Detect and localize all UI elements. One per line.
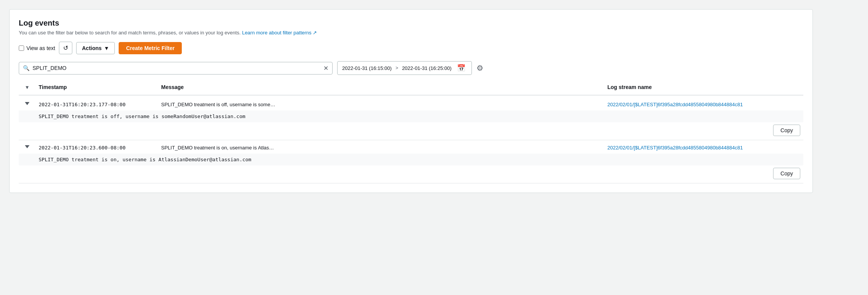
log-events-table: ▼ Timestamp Message Log stream name 2022… [19, 83, 803, 183]
view-as-text-checkbox[interactable] [19, 45, 24, 51]
date-range-picker[interactable]: 2022-01-31 (16:15:00) > 2022-01-31 (16:2… [337, 61, 472, 75]
sort-header[interactable]: ▼ [19, 83, 36, 92]
date-range-arrow-icon: > [395, 65, 398, 71]
clear-icon: ✕ [323, 65, 328, 72]
calendar-button[interactable]: 📅 [455, 64, 467, 72]
gear-icon: ⚙ [476, 63, 483, 73]
search-icon: 🔍 [23, 65, 29, 71]
log-message-short: SPLIT_DEMO treatment is on, username is … [158, 144, 604, 151]
create-metric-filter-button[interactable]: Create Metric Filter [119, 42, 182, 54]
copy-btn-wrap: Copy [19, 125, 803, 136]
table-header: ▼ Timestamp Message Log stream name [19, 83, 803, 96]
log-message-short: SPLIT_DEMO treatment is off, username is… [158, 101, 604, 108]
toolbar: View as text ↺ Actions ▼ Create Metric F… [19, 42, 803, 54]
log-expanded-message: SPLIT_DEMO treatment is on, username is … [19, 154, 803, 165]
sort-icon: ▼ [25, 84, 30, 90]
copy-button[interactable]: Copy [773, 125, 800, 136]
table-row: 2022-01-31T16:20:23.600-08:00 SPLIT_DEMO… [19, 140, 803, 183]
expand-triangle-icon[interactable] [25, 102, 29, 105]
actions-button[interactable]: Actions ▼ [76, 42, 115, 54]
refresh-button[interactable]: ↺ [59, 42, 72, 54]
log-row-main[interactable]: 2022-01-31T16:20:23.177-08:00 SPLIT_DEMO… [19, 101, 803, 108]
settings-button[interactable]: ⚙ [476, 63, 483, 73]
copy-button[interactable]: Copy [773, 168, 800, 179]
message-header: Message [158, 83, 604, 92]
log-timestamp: 2022-01-31T16:20:23.600-08:00 [36, 144, 158, 151]
copy-btn-wrap: Copy [19, 168, 803, 179]
row-expand-toggle[interactable] [19, 144, 36, 148]
log-stream-link[interactable]: 2022/02/01/[$LATEST]6f395a28fcdd48558049… [604, 144, 803, 151]
log-stream-header: Log stream name [604, 83, 803, 92]
log-stream-link[interactable]: 2022/02/01/[$LATEST]6f395a28fcdd48558049… [604, 101, 803, 108]
external-link-icon: ↗ [313, 30, 317, 36]
search-row: 🔍 ✕ 2022-01-31 (16:15:00) > 2022-01-31 (… [19, 61, 803, 75]
refresh-icon: ↺ [63, 44, 68, 52]
log-expanded-message: SPLIT_DEMO treatment is off, username is… [19, 110, 803, 122]
table-row: 2022-01-31T16:20:23.177-08:00 SPLIT_DEMO… [19, 97, 803, 140]
page-description: You can use the filter bar below to sear… [19, 30, 803, 36]
log-timestamp: 2022-01-31T16:20:23.177-08:00 [36, 101, 158, 108]
dropdown-arrow-icon: ▼ [104, 45, 109, 51]
log-row-main[interactable]: 2022-01-31T16:20:23.600-08:00 SPLIT_DEMO… [19, 144, 803, 151]
view-as-text-checkbox-label[interactable]: View as text [19, 45, 55, 51]
row-expand-toggle[interactable] [19, 101, 36, 105]
search-box: 🔍 ✕ [19, 62, 333, 75]
main-container: Log events You can use the filter bar be… [9, 9, 813, 193]
calendar-icon: 📅 [457, 64, 465, 72]
page-title: Log events [19, 19, 803, 28]
expand-triangle-icon[interactable] [25, 145, 29, 148]
search-input[interactable] [33, 65, 320, 71]
clear-search-button[interactable]: ✕ [323, 65, 328, 72]
learn-more-link[interactable]: Learn more about filter patterns ↗ [242, 30, 317, 36]
timestamp-header: Timestamp [36, 83, 158, 92]
